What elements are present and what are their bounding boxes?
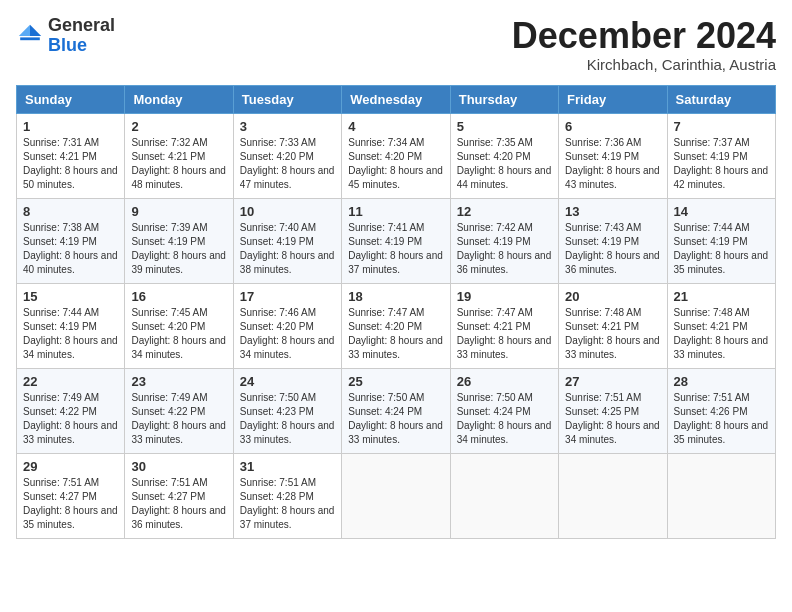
weekday-header-tuesday: Tuesday: [233, 85, 341, 113]
day-number: 11: [348, 204, 443, 219]
calendar-day-cell: 17Sunrise: 7:46 AMSunset: 4:20 PMDayligh…: [233, 283, 341, 368]
day-number: 25: [348, 374, 443, 389]
calendar-day-cell: 30Sunrise: 7:51 AMSunset: 4:27 PMDayligh…: [125, 453, 233, 538]
title-block: December 2024 Kirchbach, Carinthia, Aust…: [512, 16, 776, 73]
day-info: Sunrise: 7:51 AMSunset: 4:25 PMDaylight:…: [565, 391, 660, 447]
day-number: 6: [565, 119, 660, 134]
day-info: Sunrise: 7:36 AMSunset: 4:19 PMDaylight:…: [565, 136, 660, 192]
calendar-day-cell: 6Sunrise: 7:36 AMSunset: 4:19 PMDaylight…: [559, 113, 667, 198]
day-info: Sunrise: 7:50 AMSunset: 4:24 PMDaylight:…: [348, 391, 443, 447]
day-number: 21: [674, 289, 769, 304]
calendar-day-cell: 14Sunrise: 7:44 AMSunset: 4:19 PMDayligh…: [667, 198, 775, 283]
day-info: Sunrise: 7:48 AMSunset: 4:21 PMDaylight:…: [565, 306, 660, 362]
day-number: 13: [565, 204, 660, 219]
calendar-day-cell: 18Sunrise: 7:47 AMSunset: 4:20 PMDayligh…: [342, 283, 450, 368]
calendar-day-cell: 2Sunrise: 7:32 AMSunset: 4:21 PMDaylight…: [125, 113, 233, 198]
day-info: Sunrise: 7:42 AMSunset: 4:19 PMDaylight:…: [457, 221, 552, 277]
day-number: 19: [457, 289, 552, 304]
day-info: Sunrise: 7:50 AMSunset: 4:23 PMDaylight:…: [240, 391, 335, 447]
day-number: 23: [131, 374, 226, 389]
calendar-day-cell: [450, 453, 558, 538]
calendar-day-cell: 27Sunrise: 7:51 AMSunset: 4:25 PMDayligh…: [559, 368, 667, 453]
day-number: 15: [23, 289, 118, 304]
day-info: Sunrise: 7:32 AMSunset: 4:21 PMDaylight:…: [131, 136, 226, 192]
day-number: 4: [348, 119, 443, 134]
calendar-day-cell: 12Sunrise: 7:42 AMSunset: 4:19 PMDayligh…: [450, 198, 558, 283]
month-title: December 2024: [512, 16, 776, 56]
calendar-day-cell: 10Sunrise: 7:40 AMSunset: 4:19 PMDayligh…: [233, 198, 341, 283]
calendar-week-row: 22Sunrise: 7:49 AMSunset: 4:22 PMDayligh…: [17, 368, 776, 453]
day-info: Sunrise: 7:51 AMSunset: 4:26 PMDaylight:…: [674, 391, 769, 447]
calendar-day-cell: 20Sunrise: 7:48 AMSunset: 4:21 PMDayligh…: [559, 283, 667, 368]
calendar-day-cell: 8Sunrise: 7:38 AMSunset: 4:19 PMDaylight…: [17, 198, 125, 283]
calendar-day-cell: 9Sunrise: 7:39 AMSunset: 4:19 PMDaylight…: [125, 198, 233, 283]
day-info: Sunrise: 7:51 AMSunset: 4:27 PMDaylight:…: [23, 476, 118, 532]
day-number: 22: [23, 374, 118, 389]
weekday-header-friday: Friday: [559, 85, 667, 113]
day-info: Sunrise: 7:47 AMSunset: 4:21 PMDaylight:…: [457, 306, 552, 362]
day-info: Sunrise: 7:49 AMSunset: 4:22 PMDaylight:…: [131, 391, 226, 447]
calendar-day-cell: 13Sunrise: 7:43 AMSunset: 4:19 PMDayligh…: [559, 198, 667, 283]
weekday-header-sunday: Sunday: [17, 85, 125, 113]
day-info: Sunrise: 7:35 AMSunset: 4:20 PMDaylight:…: [457, 136, 552, 192]
day-number: 5: [457, 119, 552, 134]
svg-rect-2: [20, 37, 40, 40]
day-info: Sunrise: 7:31 AMSunset: 4:21 PMDaylight:…: [23, 136, 118, 192]
calendar-day-cell: 15Sunrise: 7:44 AMSunset: 4:19 PMDayligh…: [17, 283, 125, 368]
day-number: 2: [131, 119, 226, 134]
weekday-header-thursday: Thursday: [450, 85, 558, 113]
day-number: 8: [23, 204, 118, 219]
day-info: Sunrise: 7:44 AMSunset: 4:19 PMDaylight:…: [23, 306, 118, 362]
page-header: General Blue December 2024 Kirchbach, Ca…: [16, 16, 776, 73]
day-number: 28: [674, 374, 769, 389]
day-info: Sunrise: 7:39 AMSunset: 4:19 PMDaylight:…: [131, 221, 226, 277]
calendar-day-cell: 22Sunrise: 7:49 AMSunset: 4:22 PMDayligh…: [17, 368, 125, 453]
calendar-day-cell: 19Sunrise: 7:47 AMSunset: 4:21 PMDayligh…: [450, 283, 558, 368]
calendar-day-cell: 26Sunrise: 7:50 AMSunset: 4:24 PMDayligh…: [450, 368, 558, 453]
day-number: 20: [565, 289, 660, 304]
calendar-table: SundayMondayTuesdayWednesdayThursdayFrid…: [16, 85, 776, 539]
calendar-day-cell: 23Sunrise: 7:49 AMSunset: 4:22 PMDayligh…: [125, 368, 233, 453]
svg-marker-1: [19, 25, 30, 36]
calendar-week-row: 29Sunrise: 7:51 AMSunset: 4:27 PMDayligh…: [17, 453, 776, 538]
day-info: Sunrise: 7:37 AMSunset: 4:19 PMDaylight:…: [674, 136, 769, 192]
logo-blue-text: Blue: [48, 36, 115, 56]
logo-icon: [16, 22, 44, 50]
day-info: Sunrise: 7:51 AMSunset: 4:28 PMDaylight:…: [240, 476, 335, 532]
calendar-day-cell: [342, 453, 450, 538]
day-info: Sunrise: 7:49 AMSunset: 4:22 PMDaylight:…: [23, 391, 118, 447]
logo: General Blue: [16, 16, 115, 56]
calendar-day-cell: 31Sunrise: 7:51 AMSunset: 4:28 PMDayligh…: [233, 453, 341, 538]
calendar-day-cell: 21Sunrise: 7:48 AMSunset: 4:21 PMDayligh…: [667, 283, 775, 368]
calendar-day-cell: 7Sunrise: 7:37 AMSunset: 4:19 PMDaylight…: [667, 113, 775, 198]
day-number: 7: [674, 119, 769, 134]
calendar-day-cell: 1Sunrise: 7:31 AMSunset: 4:21 PMDaylight…: [17, 113, 125, 198]
day-info: Sunrise: 7:47 AMSunset: 4:20 PMDaylight:…: [348, 306, 443, 362]
logo-general-text: General: [48, 16, 115, 36]
weekday-header-row: SundayMondayTuesdayWednesdayThursdayFrid…: [17, 85, 776, 113]
day-info: Sunrise: 7:41 AMSunset: 4:19 PMDaylight:…: [348, 221, 443, 277]
day-number: 29: [23, 459, 118, 474]
day-number: 27: [565, 374, 660, 389]
day-info: Sunrise: 7:40 AMSunset: 4:19 PMDaylight:…: [240, 221, 335, 277]
location-text: Kirchbach, Carinthia, Austria: [512, 56, 776, 73]
day-number: 31: [240, 459, 335, 474]
day-info: Sunrise: 7:50 AMSunset: 4:24 PMDaylight:…: [457, 391, 552, 447]
day-number: 26: [457, 374, 552, 389]
day-number: 14: [674, 204, 769, 219]
day-number: 10: [240, 204, 335, 219]
calendar-day-cell: 16Sunrise: 7:45 AMSunset: 4:20 PMDayligh…: [125, 283, 233, 368]
day-number: 9: [131, 204, 226, 219]
calendar-day-cell: 25Sunrise: 7:50 AMSunset: 4:24 PMDayligh…: [342, 368, 450, 453]
day-info: Sunrise: 7:46 AMSunset: 4:20 PMDaylight:…: [240, 306, 335, 362]
day-number: 24: [240, 374, 335, 389]
calendar-day-cell: [667, 453, 775, 538]
svg-marker-0: [30, 25, 41, 36]
calendar-day-cell: 4Sunrise: 7:34 AMSunset: 4:20 PMDaylight…: [342, 113, 450, 198]
calendar-day-cell: 29Sunrise: 7:51 AMSunset: 4:27 PMDayligh…: [17, 453, 125, 538]
calendar-day-cell: 3Sunrise: 7:33 AMSunset: 4:20 PMDaylight…: [233, 113, 341, 198]
day-number: 17: [240, 289, 335, 304]
weekday-header-monday: Monday: [125, 85, 233, 113]
calendar-week-row: 1Sunrise: 7:31 AMSunset: 4:21 PMDaylight…: [17, 113, 776, 198]
calendar-day-cell: 24Sunrise: 7:50 AMSunset: 4:23 PMDayligh…: [233, 368, 341, 453]
